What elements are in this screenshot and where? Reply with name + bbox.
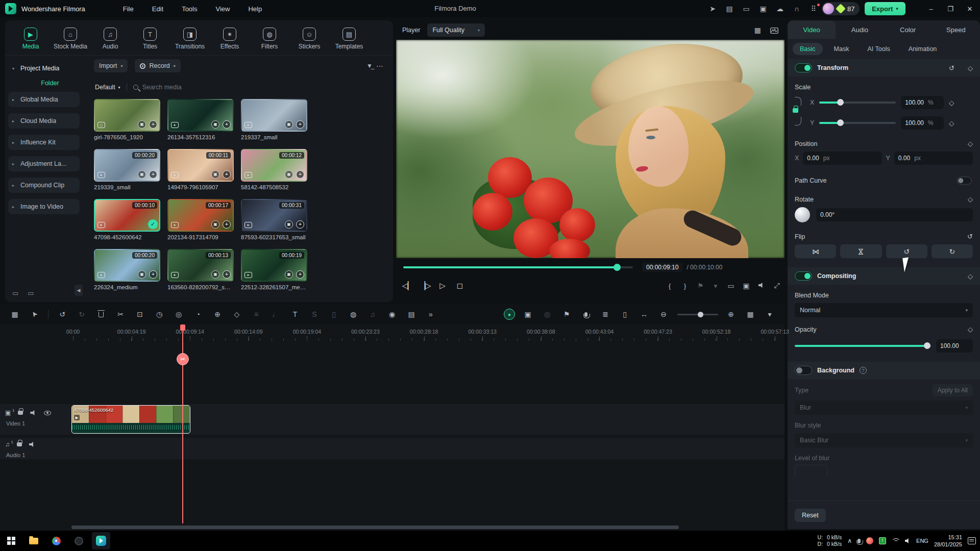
sidebar-item-cloud-media[interactable]: ▸Cloud Media <box>8 113 80 129</box>
image-to-video-icon[interactable]: ▣ <box>211 170 219 179</box>
media-item[interactable]: 00:00:31▸▣+87593-602317653_small <box>241 199 307 249</box>
media-item[interactable]: 00:00:10▸✓47098-452600642 <box>94 199 160 249</box>
blur-style-select[interactable]: Basic Blur ▾ <box>795 433 973 447</box>
panel-layout-icon[interactable]: ▦ <box>8 308 21 321</box>
redo-icon[interactable]: ↻ <box>75 308 88 321</box>
sidebar-item-image-to-video[interactable]: ▸Image to Video <box>8 199 80 214</box>
scale-x-value[interactable]: 100.00 % <box>901 96 944 109</box>
tab-templates[interactable]: ▤Templates <box>331 26 368 52</box>
timeline-ruler[interactable]: 00:0000:00:04:1900:00:09:1400:00:14:0900… <box>0 328 785 341</box>
blend-mode-select[interactable]: Normal ▾ <box>795 303 973 317</box>
color-wheels-icon[interactable]: ◎ <box>172 308 185 321</box>
crop-icon[interactable]: ⊡ <box>133 308 146 321</box>
opacity-value[interactable]: 100.00 <box>936 339 973 353</box>
video-preview[interactable] <box>396 40 785 258</box>
hide-track-icon[interactable] <box>44 411 51 415</box>
record-caret-icon[interactable]: ▾ <box>174 64 176 68</box>
zoom-slider[interactable] <box>677 314 718 315</box>
rotate-cw-button[interactable]: ↻ <box>932 244 973 258</box>
scale-x-slider[interactable] <box>819 102 896 104</box>
add-to-timeline-button[interactable]: + <box>296 120 304 129</box>
record-button[interactable]: Record ▾ <box>135 59 180 72</box>
previous-frame-button[interactable]: ◁▏ <box>399 281 416 290</box>
chevron-right-icon[interactable]: ▸ <box>12 140 16 145</box>
delete-icon[interactable] <box>94 308 108 321</box>
workspace-layout-icon[interactable]: ▭ <box>741 5 751 13</box>
image-to-video-icon[interactable]: ▣ <box>285 220 293 229</box>
image-to-video-icon[interactable]: ▣ <box>285 270 293 279</box>
share-icon[interactable]: ➤ <box>707 5 718 13</box>
ai-audio-icon[interactable]: ◉ <box>385 308 399 321</box>
chevron-right-icon[interactable]: ▸ <box>12 97 16 102</box>
restore-button[interactable]: ❐ <box>941 0 960 17</box>
position-keyframe-icon[interactable]: ◇ <box>968 140 973 147</box>
more-options-icon[interactable]: ⋯ <box>375 62 385 70</box>
smart-cutout-icon[interactable]: ▯ <box>327 308 340 321</box>
add-to-timeline-button[interactable]: + <box>296 170 304 179</box>
subtab-ai-tools[interactable]: AI Tools <box>860 43 897 55</box>
media-item[interactable]: 00:00:13▸▣+163560-828200792_small <box>167 249 234 299</box>
speaker-icon[interactable] <box>754 282 769 290</box>
duration-timer-icon[interactable]: ◔ <box>191 308 205 321</box>
subtab-mask[interactable]: Mask <box>827 43 856 55</box>
new-folder-icon[interactable]: ▭ <box>12 289 18 297</box>
avatar[interactable] <box>823 3 834 14</box>
menu-file[interactable]: File <box>116 3 141 15</box>
media-thumbnail[interactable]: 00:00:12▸▣+ <box>241 149 307 182</box>
text-to-speech-icon[interactable]: T <box>288 308 302 321</box>
media-thumbnail[interactable]: 00:00:20▸▣+ <box>94 249 160 282</box>
chevron-down-icon[interactable]: ▾ <box>12 66 16 71</box>
reset-button[interactable]: Reset <box>795 509 826 522</box>
blur-style-caret-icon[interactable]: ▾ <box>965 438 968 443</box>
tab-effects[interactable]: ✶Effects <box>211 26 248 52</box>
scale-x-keyframe-icon[interactable]: ◇ <box>949 99 954 107</box>
preview-display-icon[interactable]: ▭ <box>723 282 739 290</box>
notification-center-icon[interactable] <box>968 537 976 544</box>
mark-in-icon[interactable]: { <box>662 282 677 290</box>
transform-reset-icon[interactable]: ↺ <box>949 64 954 72</box>
task-list-icon[interactable]: ▤ <box>724 5 734 13</box>
add-to-timeline-button[interactable]: + <box>223 170 231 179</box>
image-to-video-icon[interactable]: ▣ <box>211 220 219 229</box>
media-item[interactable]: 00:00:19▸▣+22512-328261507_med... <box>241 249 307 299</box>
menu-tools[interactable]: Tools <box>175 3 204 15</box>
quality-dropdown[interactable]: Full Quality ▾ <box>427 23 485 37</box>
account-pill[interactable]: 87 <box>822 2 860 15</box>
sidebar-item-compound-clip[interactable]: ▸Compound Clip <box>8 178 80 193</box>
split-icon[interactable]: ✂ <box>114 308 127 321</box>
opacity-keyframe-icon[interactable]: ◇ <box>968 325 973 333</box>
media-thumbnail[interactable]: ▸▣+ <box>241 99 307 132</box>
add-to-timeline-button[interactable]: + <box>223 120 231 129</box>
track-audio-icon[interactable]: ♫1 <box>5 441 10 448</box>
transform-toggle[interactable] <box>795 63 812 72</box>
background-type-select[interactable]: Blur ▾ <box>795 400 973 415</box>
mark-out-icon[interactable]: } <box>677 282 693 290</box>
sort-dropdown[interactable]: Default ▾ <box>95 84 127 91</box>
compositing-keyframe-icon[interactable]: ◇ <box>968 272 973 280</box>
properties-tab-video[interactable]: Video <box>788 20 836 39</box>
export-caret-icon[interactable]: ▾ <box>896 6 898 11</box>
chevron-right-icon[interactable]: ▸ <box>12 205 16 209</box>
close-button[interactable]: ✕ <box>960 0 979 17</box>
media-thumbnail[interactable]: 00:00:10▸✓ <box>94 199 160 232</box>
menu-view[interactable]: View <box>208 3 237 15</box>
track-manager-icon[interactable]: ▦ <box>744 308 757 321</box>
sidebar-item-project-media[interactable]: ▾ Project Media <box>8 61 80 76</box>
rotate-keyframe-icon[interactable]: ◇ <box>968 195 973 203</box>
scope-histogram-icon[interactable] <box>770 26 778 34</box>
image-to-video-icon[interactable]: ▣ <box>138 270 146 279</box>
add-to-timeline-button[interactable]: + <box>149 170 157 179</box>
media-item[interactable]: 00:00:11▸▣+149479-796105907 <box>167 149 234 199</box>
audio-track-lane[interactable] <box>0 438 785 459</box>
media-thumbnail[interactable]: ◻▣+ <box>94 99 160 132</box>
tab-filters[interactable]: ◍Filters <box>251 26 288 52</box>
menu-edit[interactable]: Edit <box>145 3 170 15</box>
tray-app-green-icon[interactable] <box>879 537 886 544</box>
rotate-dial[interactable] <box>795 207 810 222</box>
tab-transitions[interactable]: ◨Transitions <box>172 26 208 52</box>
background-help-icon[interactable]: ? <box>860 367 867 374</box>
search-input[interactable] <box>142 84 244 91</box>
properties-tab-speed[interactable]: Speed <box>932 20 980 39</box>
audio-sync-icon[interactable]: ♫ <box>366 308 379 321</box>
media-thumbnail[interactable]: 00:00:20▸▣+ <box>94 149 160 182</box>
